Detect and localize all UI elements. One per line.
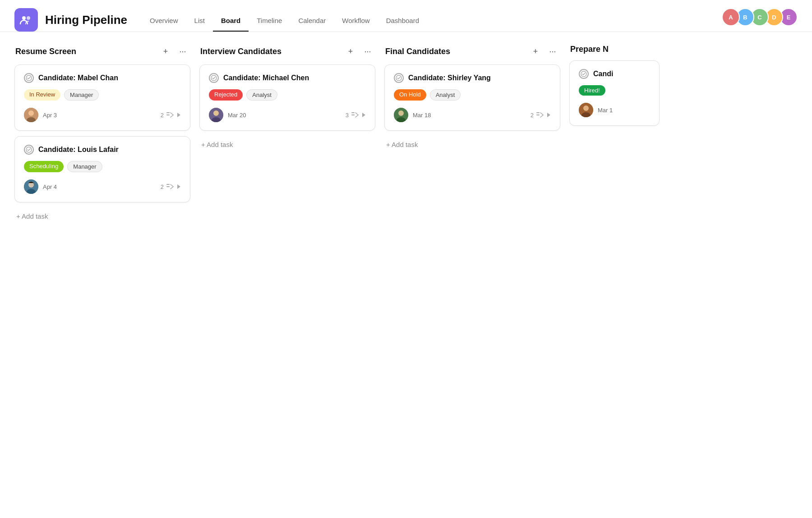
play-icon bbox=[176, 184, 181, 189]
column-actions: + ··· bbox=[529, 45, 559, 58]
avatar bbox=[24, 179, 38, 194]
card-shirley-yang[interactable]: Candidate: Shirley Yang On Hold Analyst … bbox=[384, 64, 560, 131]
card-michael-chen[interactable]: Candidate: Michael Chen Rejected Analyst… bbox=[199, 64, 375, 131]
card-meta: 3 bbox=[346, 112, 366, 119]
tag-analyst: Analyst bbox=[430, 89, 461, 101]
tag-manager: Manager bbox=[64, 89, 99, 101]
card-date: Mar 20 bbox=[228, 112, 246, 119]
card-title: Candidate: Louis Lafair bbox=[38, 146, 119, 154]
add-card-button[interactable]: + bbox=[344, 45, 357, 58]
check-icon bbox=[394, 73, 404, 83]
check-icon bbox=[24, 145, 34, 155]
avatar bbox=[579, 103, 593, 117]
column-header: Prepare N bbox=[569, 45, 660, 54]
column-actions: + ··· bbox=[344, 45, 374, 58]
svg-rect-6 bbox=[166, 112, 170, 113]
card-louis-lafair[interactable]: Candidate: Louis Lafair Scheduling Manag… bbox=[14, 136, 190, 202]
card-date: Apr 4 bbox=[43, 183, 57, 190]
app-icon bbox=[14, 8, 38, 32]
add-task-button[interactable]: + Add task bbox=[199, 136, 375, 153]
more-options-button[interactable]: ··· bbox=[546, 45, 559, 58]
card-title-row: Candidate: Michael Chen bbox=[209, 73, 366, 83]
card-tags: Scheduling Manager bbox=[24, 161, 181, 172]
tag-hired: Hired! bbox=[579, 85, 605, 96]
avatar: A bbox=[722, 8, 740, 26]
add-card-button[interactable]: + bbox=[159, 45, 172, 58]
svg-point-28 bbox=[583, 105, 589, 111]
card-avatar: Mar 20 bbox=[209, 108, 246, 122]
svg-rect-13 bbox=[166, 186, 170, 187]
card-footer: Mar 20 3 bbox=[209, 108, 366, 122]
card-avatar: Mar 18 bbox=[394, 108, 431, 122]
column-header: Interview Candidates + ··· bbox=[199, 45, 375, 58]
card-date: Apr 3 bbox=[43, 112, 57, 119]
more-options-button[interactable]: ··· bbox=[361, 45, 374, 58]
tab-timeline[interactable]: Timeline bbox=[249, 17, 290, 32]
header: Hiring Pipeline Overview List Board Time… bbox=[0, 0, 812, 32]
card-title-row: Candi bbox=[579, 69, 650, 79]
svg-rect-24 bbox=[536, 112, 540, 113]
subtask-icon bbox=[536, 112, 544, 118]
card-title-row: Candidate: Louis Lafair bbox=[24, 145, 181, 155]
card-date: Mar 1 bbox=[598, 107, 613, 114]
subtask-count: 2 bbox=[531, 112, 534, 119]
add-task-label: + Add task bbox=[386, 141, 418, 148]
add-card-button[interactable]: + bbox=[529, 45, 542, 58]
tag-analyst: Analyst bbox=[246, 89, 277, 101]
subtask-count: 2 bbox=[161, 112, 164, 119]
column-final-candidates: Final Candidates + ··· Candidate: Shirle… bbox=[384, 45, 560, 153]
tag-rejected: Rejected bbox=[209, 89, 243, 101]
nav-tabs: Overview List Board Timeline Calendar Wo… bbox=[142, 8, 427, 32]
header-avatars: A B C D E bbox=[725, 8, 798, 26]
card-avatar: Apr 4 bbox=[24, 179, 57, 194]
column-title: Interview Candidates bbox=[200, 47, 281, 56]
subtask-count: 2 bbox=[161, 183, 164, 190]
check-icon bbox=[24, 73, 34, 83]
svg-point-16 bbox=[213, 110, 219, 116]
svg-rect-7 bbox=[166, 115, 170, 115]
tab-board[interactable]: Board bbox=[213, 17, 249, 32]
add-task-button[interactable]: + Add task bbox=[14, 208, 190, 225]
check-icon bbox=[209, 73, 219, 83]
column-resume-screen: Resume Screen + ··· Candidate: Mabel Cha… bbox=[14, 45, 190, 225]
card-title: Candi bbox=[593, 70, 613, 78]
add-task-label: + Add task bbox=[201, 141, 233, 148]
column-prepare-n: Prepare N Candi Hired! bbox=[569, 45, 660, 131]
card-meta: 2 bbox=[161, 112, 181, 119]
card-mabel-chan[interactable]: Candidate: Mabel Chan In Review Manager … bbox=[14, 64, 190, 131]
tab-list[interactable]: List bbox=[186, 17, 213, 32]
tab-overview[interactable]: Overview bbox=[142, 17, 186, 32]
card-meta: 2 bbox=[531, 112, 551, 119]
svg-point-22 bbox=[398, 110, 404, 116]
column-header: Resume Screen + ··· bbox=[14, 45, 190, 58]
card-title: Candidate: Michael Chen bbox=[223, 74, 309, 82]
tab-dashboard[interactable]: Dashboard bbox=[378, 17, 427, 32]
check-icon bbox=[579, 69, 589, 79]
avatar bbox=[209, 108, 223, 122]
svg-point-4 bbox=[28, 110, 34, 116]
card-tags: Rejected Analyst bbox=[209, 89, 366, 101]
more-options-button[interactable]: ··· bbox=[176, 45, 189, 58]
add-task-button[interactable]: + Add task bbox=[384, 136, 560, 153]
avatar bbox=[394, 108, 408, 122]
card-title: Candidate: Shirley Yang bbox=[408, 74, 491, 82]
card-tags: On Hold Analyst bbox=[394, 89, 551, 101]
svg-rect-18 bbox=[351, 112, 355, 113]
svg-rect-19 bbox=[351, 115, 355, 115]
column-header: Final Candidates + ··· bbox=[384, 45, 560, 58]
column-title: Final Candidates bbox=[385, 47, 450, 56]
card-avatar: Apr 3 bbox=[24, 108, 57, 122]
tab-calendar[interactable]: Calendar bbox=[290, 17, 334, 32]
tag-on-hold: On Hold bbox=[394, 89, 426, 101]
subtask-icon bbox=[351, 112, 359, 118]
card-avatar: Mar 1 bbox=[579, 103, 613, 117]
subtask-icon bbox=[166, 184, 174, 189]
column-title: Resume Screen bbox=[15, 47, 76, 56]
card-partial[interactable]: Candi Hired! Mar 1 bbox=[569, 60, 660, 126]
add-task-label: + Add task bbox=[16, 212, 48, 220]
card-title-row: Candidate: Mabel Chan bbox=[24, 73, 181, 83]
card-meta: 2 bbox=[161, 183, 181, 190]
tab-workflow[interactable]: Workflow bbox=[334, 17, 378, 32]
svg-point-0 bbox=[22, 16, 26, 20]
column-title: Prepare N bbox=[570, 45, 609, 54]
